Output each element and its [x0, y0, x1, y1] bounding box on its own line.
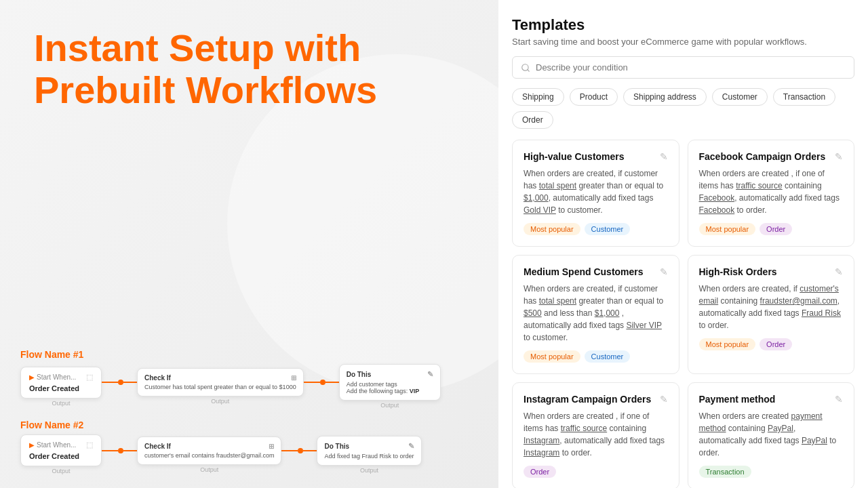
tag-most-popular: Most popular — [699, 223, 756, 235]
search-icon — [521, 63, 530, 73]
tag-customer: Customer — [585, 350, 631, 363]
right-panel: Templates Start saving time and boost yo… — [498, 0, 868, 488]
flow-2: Flow Name #2 ▶Start When... ⬚ Order Crea… — [20, 420, 485, 474]
filter-product[interactable]: Product — [570, 88, 618, 106]
flow-2-diagram: ▶Start When... ⬚ Order Created Output — [20, 434, 485, 474]
card-high-risk-title: High-Risk Orders — [699, 266, 835, 277]
headline: Instant Setup with Prebuilt Workflows — [34, 27, 427, 110]
card-high-risk: High-Risk Orders ✎ When orders are creat… — [688, 255, 855, 374]
flow-2-check-node: Check If ⊞ customer's email contains fra… — [137, 436, 281, 465]
card-instagram-edit-icon[interactable]: ✎ — [660, 394, 668, 405]
card-facebook-edit-icon[interactable]: ✎ — [835, 151, 843, 162]
card-high-value-title: High-value Customers — [524, 151, 660, 162]
card-payment-title: Payment method — [699, 394, 835, 405]
flows-container: Flow Name #1 ▶Start When... ⬚ Order Crea… — [20, 349, 485, 474]
card-facebook-desc: When orders are created , if one of item… — [699, 167, 844, 216]
filter-transaction[interactable]: Transaction — [773, 88, 835, 106]
card-high-value: High-value Customers ✎ When orders are c… — [512, 140, 679, 247]
flow-1-check-node: Check If ⊞ Customer has total spent grea… — [137, 368, 304, 396]
flow-1: Flow Name #1 ▶Start When... ⬚ Order Crea… — [20, 349, 485, 409]
templates-title: Templates — [512, 16, 854, 34]
tag-most-popular: Most popular — [524, 223, 580, 235]
card-instagram-tags: Order — [524, 466, 668, 478]
flow-1-do-node: Do This ✎ Add customer tags Add the foll… — [339, 364, 441, 401]
card-payment-desc: When orders are created payment method c… — [699, 410, 844, 459]
tag-order: Order — [524, 466, 556, 478]
card-high-value-edit-icon[interactable]: ✎ — [660, 151, 668, 162]
flow-1-start-node: ▶Start When... ⬚ Order Created — [20, 367, 102, 399]
filter-customer[interactable]: Customer — [712, 88, 768, 106]
card-facebook-campaign: Facebook Campaign Orders ✎ When orders a… — [688, 140, 855, 247]
cards-grid: High-value Customers ✎ When orders are c… — [512, 140, 854, 488]
card-medium-spend-tags: Most popular Customer — [524, 350, 668, 363]
tag-customer: Customer — [585, 223, 631, 235]
templates-subtitle: Start saving time and boost your eCommer… — [512, 37, 854, 47]
svg-line-1 — [528, 69, 530, 71]
card-instagram-desc: When orders are created , if one of item… — [524, 410, 668, 459]
search-input[interactable] — [536, 62, 846, 73]
card-payment-tags: Transaction — [699, 466, 844, 478]
card-payment-method: Payment method ✎ When orders are created… — [688, 382, 855, 488]
filter-tags: Shipping Product Shipping address Custom… — [512, 88, 854, 129]
left-panel: Instant Setup with Prebuilt Workflows Fl… — [0, 0, 498, 488]
card-high-value-desc: When orders are created, if customer has… — [524, 167, 668, 216]
card-high-risk-desc: When orders are created, if customer's e… — [699, 283, 844, 331]
card-payment-edit-icon[interactable]: ✎ — [835, 394, 843, 405]
filter-order[interactable]: Order — [512, 111, 553, 129]
tag-order: Order — [760, 338, 792, 350]
flow-2-title: Flow Name #2 — [20, 420, 485, 430]
filter-shipping[interactable]: Shipping — [512, 88, 564, 106]
filter-shipping-address[interactable]: Shipping address — [623, 88, 707, 106]
card-high-risk-tags: Most popular Order — [699, 338, 844, 350]
tag-most-popular: Most popular — [524, 350, 580, 363]
flow-2-do-node: Do This ✎ Add fixed tag Fraud Risk to or… — [317, 436, 421, 466]
card-medium-spend: Medium Spend Customers ✎ When orders are… — [512, 255, 679, 374]
card-facebook-title: Facebook Campaign Orders — [699, 151, 835, 162]
tag-order: Order — [760, 223, 792, 235]
search-bar[interactable] — [512, 56, 854, 79]
card-medium-spend-edit-icon[interactable]: ✎ — [660, 266, 668, 277]
card-medium-spend-desc: When orders are created, if customer has… — [524, 283, 668, 344]
flow-1-diagram: ▶Start When... ⬚ Order Created Output — [20, 364, 485, 409]
card-facebook-tags: Most popular Order — [699, 223, 844, 235]
tag-most-popular: Most popular — [699, 338, 756, 350]
card-instagram-title: Instagram Campaign Orders — [524, 394, 660, 405]
tag-transaction: Transaction — [699, 466, 751, 478]
flow-2-start-node: ▶Start When... ⬚ Order Created — [20, 434, 102, 466]
card-high-risk-edit-icon[interactable]: ✎ — [835, 266, 843, 277]
flow-1-title: Flow Name #1 — [20, 349, 485, 360]
card-high-value-tags: Most popular Customer — [524, 223, 668, 235]
card-medium-spend-title: Medium Spend Customers — [524, 266, 660, 277]
card-instagram-campaign: Instagram Campaign Orders ✎ When orders … — [512, 382, 679, 488]
